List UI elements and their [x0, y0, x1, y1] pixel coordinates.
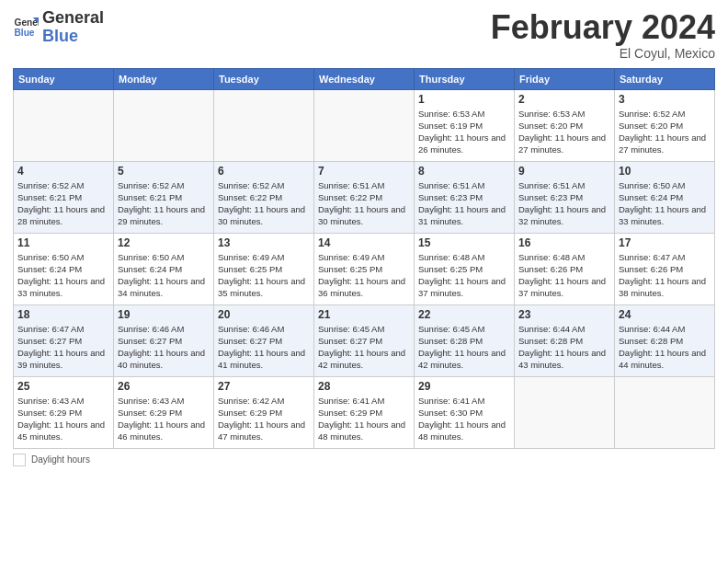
calendar-day-cell: 2Sunrise: 6:53 AM Sunset: 6:20 PM Daylig… [515, 89, 615, 161]
day-number: 25 [17, 380, 109, 393]
day-info: Sunrise: 6:52 AM Sunset: 6:21 PM Dayligh… [118, 179, 210, 228]
calendar-day-cell: 10Sunrise: 6:50 AM Sunset: 6:24 PM Dayli… [615, 161, 715, 233]
calendar-day-cell: 14Sunrise: 6:49 AM Sunset: 6:25 PM Dayli… [314, 233, 415, 304]
day-number: 24 [619, 308, 711, 321]
calendar-day-cell [615, 376, 715, 448]
calendar-day-cell: 27Sunrise: 6:42 AM Sunset: 6:29 PM Dayli… [214, 376, 314, 448]
day-info: Sunrise: 6:50 AM Sunset: 6:24 PM Dayligh… [619, 179, 711, 228]
day-number: 18 [17, 308, 109, 321]
day-info: Sunrise: 6:50 AM Sunset: 6:24 PM Dayligh… [17, 251, 109, 300]
day-info: Sunrise: 6:48 AM Sunset: 6:25 PM Dayligh… [418, 251, 510, 300]
legend-label: Daylight hours [31, 454, 90, 465]
page-header: General Blue General Blue February 2024 … [13, 9, 715, 61]
day-number: 23 [518, 308, 610, 321]
calendar-day-cell: 16Sunrise: 6:48 AM Sunset: 6:26 PM Dayli… [515, 233, 615, 304]
calendar-day-cell [114, 89, 214, 161]
day-info: Sunrise: 6:41 AM Sunset: 6:29 PM Dayligh… [318, 395, 410, 443]
day-number: 22 [418, 308, 510, 321]
day-number: 27 [218, 380, 310, 393]
calendar-day-header: Tuesday [214, 68, 314, 89]
calendar-day-cell: 9Sunrise: 6:51 AM Sunset: 6:23 PM Daylig… [515, 161, 615, 233]
day-number: 9 [518, 165, 610, 178]
day-info: Sunrise: 6:52 AM Sunset: 6:22 PM Dayligh… [218, 179, 310, 228]
day-info: Sunrise: 6:41 AM Sunset: 6:30 PM Dayligh… [418, 395, 510, 443]
day-number: 19 [118, 308, 210, 321]
day-info: Sunrise: 6:43 AM Sunset: 6:29 PM Dayligh… [17, 395, 109, 443]
calendar-day-cell: 7Sunrise: 6:51 AM Sunset: 6:22 PM Daylig… [314, 161, 415, 233]
calendar-day-cell: 28Sunrise: 6:41 AM Sunset: 6:29 PM Dayli… [314, 376, 415, 448]
calendar-day-cell [515, 376, 615, 448]
day-info: Sunrise: 6:53 AM Sunset: 6:20 PM Dayligh… [518, 108, 610, 156]
day-info: Sunrise: 6:48 AM Sunset: 6:26 PM Dayligh… [518, 251, 610, 300]
day-info: Sunrise: 6:47 AM Sunset: 6:26 PM Dayligh… [619, 251, 711, 300]
calendar-day-header: Monday [114, 68, 214, 89]
calendar-day-header: Wednesday [314, 68, 415, 89]
calendar-day-cell: 26Sunrise: 6:43 AM Sunset: 6:29 PM Dayli… [114, 376, 214, 448]
calendar-day-cell: 11Sunrise: 6:50 AM Sunset: 6:24 PM Dayli… [14, 233, 114, 304]
day-number: 10 [619, 165, 711, 178]
day-info: Sunrise: 6:44 AM Sunset: 6:28 PM Dayligh… [518, 323, 610, 372]
calendar-day-cell: 19Sunrise: 6:46 AM Sunset: 6:27 PM Dayli… [114, 304, 214, 376]
calendar-day-cell: 8Sunrise: 6:51 AM Sunset: 6:23 PM Daylig… [415, 161, 515, 233]
day-number: 21 [318, 308, 410, 321]
calendar-day-header: Friday [515, 68, 615, 89]
day-number: 4 [17, 165, 109, 178]
day-number: 20 [218, 308, 310, 321]
calendar-day-cell: 5Sunrise: 6:52 AM Sunset: 6:21 PM Daylig… [114, 161, 214, 233]
day-number: 15 [418, 236, 510, 249]
day-number: 29 [418, 380, 510, 393]
calendar-day-cell [214, 89, 314, 161]
day-number: 16 [518, 236, 610, 249]
calendar-day-header: Thursday [415, 68, 515, 89]
calendar-day-cell [14, 89, 114, 161]
day-number: 17 [619, 236, 711, 249]
day-number: 1 [418, 93, 510, 106]
day-info: Sunrise: 6:52 AM Sunset: 6:21 PM Dayligh… [17, 179, 109, 228]
legend: Daylight hours [13, 454, 715, 466]
calendar-day-cell: 20Sunrise: 6:46 AM Sunset: 6:27 PM Dayli… [214, 304, 314, 376]
calendar-day-cell: 15Sunrise: 6:48 AM Sunset: 6:25 PM Dayli… [415, 233, 515, 304]
day-info: Sunrise: 6:49 AM Sunset: 6:25 PM Dayligh… [318, 251, 410, 300]
legend-box [13, 454, 26, 466]
day-info: Sunrise: 6:46 AM Sunset: 6:27 PM Dayligh… [218, 323, 310, 372]
calendar-day-header: Sunday [14, 68, 114, 89]
calendar-day-cell: 22Sunrise: 6:45 AM Sunset: 6:28 PM Dayli… [415, 304, 515, 376]
day-info: Sunrise: 6:53 AM Sunset: 6:19 PM Dayligh… [418, 108, 510, 156]
day-number: 13 [218, 236, 310, 249]
day-number: 26 [118, 380, 210, 393]
day-number: 5 [118, 165, 210, 178]
calendar-day-cell: 1Sunrise: 6:53 AM Sunset: 6:19 PM Daylig… [415, 89, 515, 161]
calendar-week-row: 4Sunrise: 6:52 AM Sunset: 6:21 PM Daylig… [14, 161, 715, 233]
day-info: Sunrise: 6:49 AM Sunset: 6:25 PM Dayligh… [218, 251, 310, 300]
calendar-week-row: 18Sunrise: 6:47 AM Sunset: 6:27 PM Dayli… [14, 304, 715, 376]
calendar-day-cell: 23Sunrise: 6:44 AM Sunset: 6:28 PM Dayli… [515, 304, 615, 376]
day-info: Sunrise: 6:51 AM Sunset: 6:23 PM Dayligh… [518, 179, 610, 228]
calendar-day-cell: 6Sunrise: 6:52 AM Sunset: 6:22 PM Daylig… [214, 161, 314, 233]
location-subtitle: El Coyul, Mexico [491, 46, 715, 61]
logo: General Blue General Blue [13, 9, 104, 46]
day-info: Sunrise: 6:44 AM Sunset: 6:28 PM Dayligh… [619, 323, 711, 372]
calendar-day-cell: 21Sunrise: 6:45 AM Sunset: 6:27 PM Dayli… [314, 304, 415, 376]
calendar-day-header: Saturday [615, 68, 715, 89]
calendar-day-cell: 24Sunrise: 6:44 AM Sunset: 6:28 PM Dayli… [615, 304, 715, 376]
day-number: 14 [318, 236, 410, 249]
calendar-day-cell: 13Sunrise: 6:49 AM Sunset: 6:25 PM Dayli… [214, 233, 314, 304]
title-block: February 2024 El Coyul, Mexico [491, 9, 715, 61]
calendar-day-cell: 17Sunrise: 6:47 AM Sunset: 6:26 PM Dayli… [615, 233, 715, 304]
day-number: 12 [118, 236, 210, 249]
day-info: Sunrise: 6:51 AM Sunset: 6:23 PM Dayligh… [418, 179, 510, 228]
day-number: 7 [318, 165, 410, 178]
logo-line1: General [42, 9, 104, 28]
day-info: Sunrise: 6:47 AM Sunset: 6:27 PM Dayligh… [17, 323, 109, 372]
day-number: 2 [518, 93, 610, 106]
logo-icon: General Blue [13, 15, 39, 40]
calendar-week-row: 11Sunrise: 6:50 AM Sunset: 6:24 PM Dayli… [14, 233, 715, 304]
calendar-day-cell: 25Sunrise: 6:43 AM Sunset: 6:29 PM Dayli… [14, 376, 114, 448]
calendar-day-cell [314, 89, 415, 161]
calendar-day-cell: 18Sunrise: 6:47 AM Sunset: 6:27 PM Dayli… [14, 304, 114, 376]
day-number: 6 [218, 165, 310, 178]
calendar-table: SundayMondayTuesdayWednesdayThursdayFrid… [13, 68, 715, 449]
calendar-day-cell: 12Sunrise: 6:50 AM Sunset: 6:24 PM Dayli… [114, 233, 214, 304]
day-info: Sunrise: 6:42 AM Sunset: 6:29 PM Dayligh… [218, 395, 310, 443]
day-info: Sunrise: 6:52 AM Sunset: 6:20 PM Dayligh… [619, 108, 711, 156]
